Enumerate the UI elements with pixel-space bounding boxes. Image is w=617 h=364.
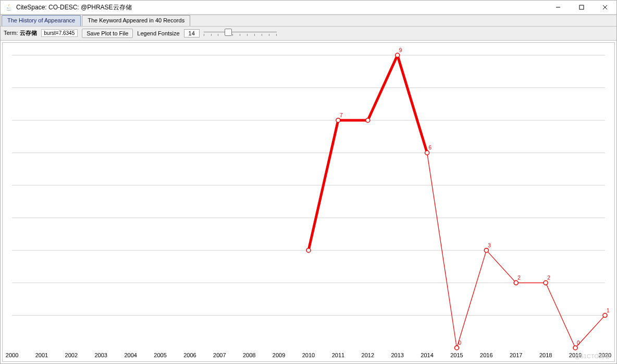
java-app-icon bbox=[5, 3, 13, 11]
x-tick-label: 2009 bbox=[273, 352, 286, 358]
svg-line-19 bbox=[486, 250, 516, 283]
x-tick-label: 2000 bbox=[6, 352, 19, 358]
x-tick-label: 2002 bbox=[65, 352, 78, 358]
fontsize-slider[interactable] bbox=[204, 28, 277, 39]
x-tick-label: 2011 bbox=[332, 352, 345, 358]
toolbar: Term: 云存储 burst=7.6345 Save Plot to File… bbox=[1, 27, 616, 41]
point-label: 2 bbox=[517, 275, 521, 281]
minimize-button[interactable] bbox=[546, 1, 570, 14]
point-label: 0 bbox=[458, 340, 461, 346]
close-button[interactable] bbox=[593, 1, 616, 14]
term-value: 云存储 bbox=[20, 30, 37, 36]
point-label: 7 bbox=[340, 112, 343, 118]
svg-point-31 bbox=[544, 281, 548, 285]
chart-area: 2000200120022003200420052006200720082009… bbox=[2, 42, 615, 362]
x-tick-label: 2001 bbox=[35, 352, 48, 358]
x-tick-label: 2020 bbox=[599, 352, 612, 358]
x-tick-label: 2004 bbox=[124, 352, 137, 358]
point-label: 3 bbox=[488, 243, 491, 248]
tab-bar: The History of Appearance The Keyword Ap… bbox=[1, 15, 616, 27]
point-label: 7 bbox=[369, 112, 373, 118]
x-tick-label: 2012 bbox=[362, 352, 375, 358]
x-tick-label: 2007 bbox=[213, 352, 226, 358]
x-tick-label: 2003 bbox=[94, 352, 107, 358]
point-label: 0 bbox=[577, 340, 580, 346]
tab-records[interactable]: The Keyword Appeared in 40 Records bbox=[82, 15, 190, 26]
svg-point-25 bbox=[366, 118, 370, 122]
x-tick-label: 2017 bbox=[510, 352, 523, 358]
svg-point-27 bbox=[425, 150, 429, 155]
svg-line-18 bbox=[456, 250, 486, 348]
svg-point-28 bbox=[454, 346, 459, 350]
x-tick-label: 2015 bbox=[450, 352, 463, 358]
svg-point-30 bbox=[514, 281, 518, 285]
point-label: 1 bbox=[607, 307, 610, 313]
svg-point-26 bbox=[396, 53, 400, 57]
svg-point-23 bbox=[306, 248, 311, 253]
x-tick-label: 2008 bbox=[243, 352, 256, 358]
window-title: CiteSpace: CO-DESC: @PHRASE云存储 bbox=[16, 3, 546, 12]
x-tick-label: 2014 bbox=[421, 352, 434, 358]
tab-history[interactable]: The History of Appearance bbox=[2, 15, 81, 26]
x-tick-label: 2019 bbox=[569, 352, 582, 358]
x-tick-label: 2006 bbox=[183, 352, 196, 358]
maximize-button[interactable] bbox=[570, 1, 593, 14]
x-tick-label: 2016 bbox=[480, 352, 493, 358]
burst-badge: burst=7.6345 bbox=[41, 29, 78, 37]
save-plot-button[interactable]: Save Plot to File bbox=[82, 29, 133, 38]
x-tick-label: 2013 bbox=[391, 352, 404, 358]
fontsize-input[interactable] bbox=[184, 29, 200, 37]
svg-point-29 bbox=[484, 248, 488, 253]
point-label: 6 bbox=[429, 145, 432, 150]
svg-rect-1 bbox=[579, 5, 584, 9]
svg-point-33 bbox=[603, 313, 607, 317]
x-tick-label: 2010 bbox=[302, 352, 315, 358]
point-label: 2 bbox=[547, 275, 550, 281]
x-tick-label: 2005 bbox=[154, 352, 167, 358]
fontsize-label: Legend Fontsize bbox=[137, 30, 179, 36]
x-tick-label: 2018 bbox=[539, 352, 552, 358]
term-label: Term: 云存储 bbox=[4, 29, 37, 37]
svg-point-32 bbox=[573, 346, 577, 350]
titlebar: CiteSpace: CO-DESC: @PHRASE云存储 bbox=[1, 1, 616, 15]
point-label: 9 bbox=[399, 47, 402, 53]
svg-line-16 bbox=[398, 55, 427, 153]
svg-point-24 bbox=[336, 118, 340, 122]
